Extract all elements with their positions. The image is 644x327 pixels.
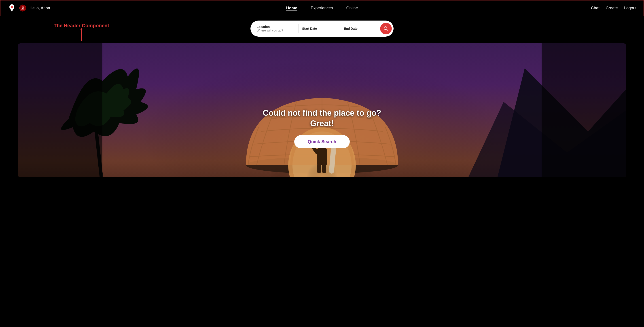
search-divider-1 — [298, 24, 298, 33]
main-nav: Home Experiences Online — [217, 6, 427, 10]
chat-link[interactable]: Chat — [591, 6, 600, 10]
hero-title-line2: Great! — [255, 118, 389, 129]
search-button[interactable] — [380, 23, 392, 34]
create-link[interactable]: Create — [606, 6, 618, 10]
svg-rect-18 — [18, 43, 102, 177]
hero-section: Could not find the place to go? Great! Q… — [18, 43, 626, 177]
svg-line-5 — [386, 29, 388, 30]
svg-rect-19 — [542, 43, 626, 177]
start-date-field[interactable]: Start Date — [302, 27, 336, 30]
search-bar: Location Where will you go? Start Date E… — [250, 20, 394, 37]
nav-home[interactable]: Home — [286, 6, 297, 10]
annotation-label: The Header Component — [54, 23, 109, 41]
end-date-label: End Date — [344, 27, 358, 30]
header-left: Hello, Anna — [8, 4, 217, 12]
location-placeholder: Where will you go? — [257, 28, 291, 32]
location-field[interactable]: Location Where will you go? — [257, 25, 295, 32]
header-actions: Chat Create Logout — [427, 6, 636, 10]
search-divider-2 — [340, 24, 340, 33]
svg-rect-13 — [317, 148, 327, 165]
user-avatar-icon — [19, 4, 26, 11]
hero-title-line1: Could not find the place to go? — [255, 108, 389, 118]
annotation-text: The Header Component — [54, 23, 109, 28]
svg-point-2 — [22, 7, 22, 7]
hero-title: Could not find the place to go? Great! — [255, 108, 389, 129]
search-section: The Header Component Location Where will… — [0, 16, 644, 43]
location-label: Location — [257, 25, 291, 28]
svg-rect-16 — [322, 164, 326, 173]
annotation-arrow — [81, 30, 82, 41]
svg-rect-15 — [317, 164, 321, 173]
hero-wrapper: Could not find the place to go? Great! Q… — [0, 43, 644, 177]
airbnb-logo-icon[interactable] — [8, 4, 16, 12]
hero-text: Could not find the place to go? Great! Q… — [255, 108, 389, 148]
nav-online[interactable]: Online — [346, 6, 358, 10]
search-icon — [384, 26, 388, 31]
nav-experiences[interactable]: Experiences — [310, 6, 333, 10]
svg-point-3 — [23, 7, 24, 7]
header: Hello, Anna Home Experiences Online Chat… — [0, 0, 644, 16]
quick-search-button[interactable]: Quick Search — [294, 135, 350, 148]
logout-link[interactable]: Logout — [624, 6, 636, 10]
end-date-field[interactable]: End Date — [344, 27, 378, 30]
greeting-text: Hello, Anna — [30, 6, 50, 10]
start-date-label: Start Date — [302, 27, 317, 30]
